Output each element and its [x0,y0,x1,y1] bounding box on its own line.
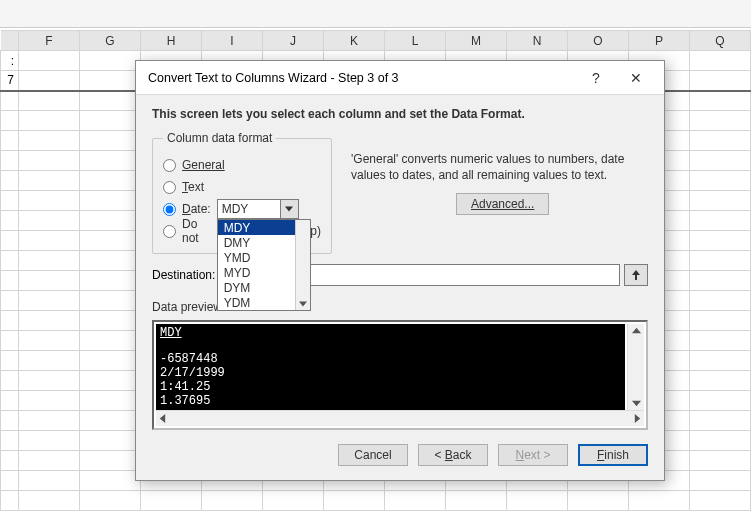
cell[interactable]: 7 [1,71,19,91]
arrow-up-icon [631,270,641,280]
back-button[interactable]: < Back [418,444,488,466]
preview-line: 2/17/1999 [160,366,621,380]
corner-cell[interactable] [1,31,19,51]
arrow-left-icon [159,414,166,423]
radio-skip-input[interactable] [163,225,176,238]
col-header[interactable]: N [507,31,568,51]
formula-bar-area [0,0,751,28]
col-header[interactable]: H [141,31,202,51]
col-header[interactable]: G [80,31,141,51]
col-header[interactable]: L [385,31,446,51]
column-data-format-group: Column data format General Text Date: MD… [152,131,332,254]
col-header[interactable]: O [568,31,629,51]
cancel-button[interactable]: Cancel [338,444,408,466]
chevron-down-icon[interactable] [280,200,298,218]
radio-general-input[interactable] [163,159,176,172]
text-to-columns-dialog: Convert Text to Columns Wizard - Step 3 … [135,60,665,481]
cell[interactable]: : [1,51,19,71]
preview-horizontal-scrollbar[interactable] [156,410,644,426]
preview-content[interactable]: MDY -6587448 2/17/1999 1:41.25 1.37695 [156,324,625,410]
preview-line: 1.37695 [160,394,621,408]
finish-button[interactable]: Finish [578,444,648,466]
col-header[interactable]: M [446,31,507,51]
group-label: Column data format [163,131,276,145]
intro-text: This screen lets you select each column … [152,107,648,121]
radio-text-input[interactable] [163,181,176,194]
radio-date-label[interactable]: Date: [182,202,211,216]
next-button: Next > [498,444,568,466]
advanced-button[interactable]: Advanced... [456,193,549,215]
radio-text[interactable]: Text [163,177,321,197]
range-selector-button[interactable] [624,264,648,286]
data-preview: MDY -6587448 2/17/1999 1:41.25 1.37695 [152,320,648,430]
dropdown-scrollbar[interactable] [295,220,310,310]
dialog-titlebar[interactable]: Convert Text to Columns Wizard - Step 3 … [136,61,664,95]
date-format-dropdown[interactable]: MDY DMY YMD MYD DYM YDM [217,219,311,311]
dialog-title: Convert Text to Columns Wizard - Step 3 … [148,71,576,85]
arrow-down-icon [632,400,641,407]
radio-general[interactable]: General [163,155,321,175]
arrow-right-icon [634,414,641,423]
date-format-value: MDY [218,200,280,218]
preview-vertical-scrollbar[interactable] [627,324,644,410]
arrow-up-icon [632,327,641,334]
wizard-button-row: Cancel < Back Next > Finish [152,444,648,466]
col-header[interactable]: J [263,31,324,51]
preview-header[interactable]: MDY [160,326,621,340]
radio-date-input[interactable] [163,203,176,216]
col-header[interactable]: Q [690,31,751,51]
close-button[interactable]: ✕ [616,64,656,92]
preview-line: 1:41.25 [160,380,621,394]
col-header[interactable]: K [324,31,385,51]
help-button[interactable]: ? [576,64,616,92]
radio-date-row: Date: MDY MDY DMY YMD MYD DYM YDM [163,199,321,219]
column-header-row: F G H I J K L M N O P Q [1,31,751,51]
preview-line: -6587448 [160,352,621,366]
col-header[interactable]: I [202,31,263,51]
date-format-combobox[interactable]: MDY [217,199,299,219]
col-header[interactable]: F [19,31,80,51]
col-header[interactable]: P [629,31,690,51]
table-row [1,491,751,511]
format-info-text: 'General' converts numeric values to num… [351,151,631,183]
close-icon: ✕ [630,70,642,86]
